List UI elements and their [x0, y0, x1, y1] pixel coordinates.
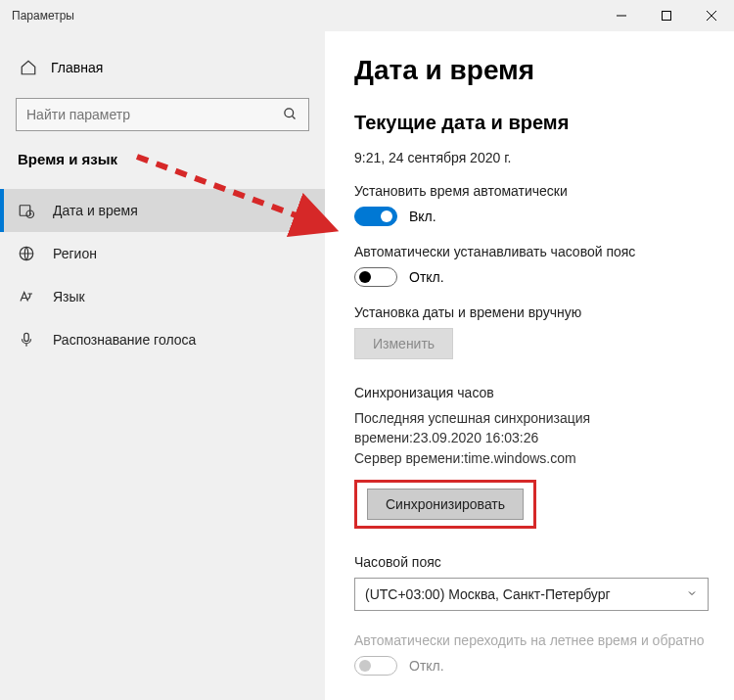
nav-item-label: Язык [53, 289, 85, 304]
sidebar: Главная Время и язык Дата и время [0, 31, 325, 700]
sync-last: Последняя успешная синхронизация времени… [354, 408, 709, 448]
nav-item-label: Распознавание голоса [53, 332, 196, 348]
sync-highlight-box: Синхронизировать [354, 480, 536, 529]
close-icon [707, 11, 716, 21]
nav-item-label: Дата и время [53, 203, 138, 218]
calendar-clock-icon [18, 202, 35, 219]
search-icon [283, 107, 298, 122]
auto-time-toggle[interactable] [354, 207, 397, 226]
minimize-button[interactable] [599, 0, 644, 31]
content-pane: Дата и время Текущие дата и время 9:21, … [325, 31, 734, 700]
sync-heading: Синхронизация часов [354, 385, 709, 400]
microphone-icon [18, 331, 35, 349]
tz-dropdown[interactable]: (UTC+03:00) Москва, Санкт-Петербург [354, 578, 709, 611]
auto-tz-toggle[interactable] [354, 267, 397, 287]
sync-server: Сервер времени:time.windows.com [354, 448, 709, 468]
home-label: Главная [51, 60, 103, 75]
svg-rect-1 [663, 12, 671, 21]
svg-point-4 [285, 109, 294, 117]
home-nav[interactable]: Главная [0, 51, 325, 84]
change-button: Изменить [354, 328, 453, 359]
tz-value: (UTC+03:00) Москва, Санкт-Петербург [365, 586, 611, 602]
nav-list: Дата и время Регион Язык Распознавание г… [0, 189, 325, 361]
home-icon [20, 59, 37, 76]
maximize-button[interactable] [644, 0, 689, 31]
dst-toggle [354, 656, 397, 676]
auto-tz-state: Откл. [409, 269, 444, 285]
page-title: Дата и время [354, 55, 709, 86]
language-icon [18, 288, 35, 305]
search-input[interactable] [26, 107, 283, 122]
titlebar: Параметры [0, 0, 734, 31]
nav-item-region[interactable]: Регион [0, 232, 325, 275]
manual-set-label: Установка даты и времени вручную [354, 304, 709, 320]
globe-icon [18, 245, 35, 262]
svg-line-5 [292, 116, 295, 118]
close-button[interactable] [689, 0, 734, 31]
minimize-icon [617, 11, 626, 21]
category-title: Время и язык [0, 151, 325, 167]
current-datetime-value: 9:21, 24 сентября 2020 г. [354, 150, 709, 165]
current-datetime-heading: Текущие дата и время [354, 112, 709, 134]
maximize-icon [662, 11, 671, 21]
sync-now-button[interactable]: Синхронизировать [367, 489, 524, 520]
auto-time-state: Вкл. [409, 209, 436, 224]
svg-rect-9 [24, 333, 29, 341]
chevron-down-icon [686, 586, 698, 602]
window-controls [599, 0, 734, 31]
dst-state: Откл. [409, 658, 444, 674]
auto-time-label: Установить время автоматически [354, 183, 709, 199]
auto-tz-label: Автоматически устанавливать часовой пояс [354, 244, 709, 259]
nav-item-speech[interactable]: Распознавание голоса [0, 318, 325, 361]
search-field[interactable] [16, 98, 309, 131]
dst-label: Автоматически переходить на летнее время… [354, 632, 709, 648]
tz-heading: Часовой пояс [354, 554, 709, 570]
window-title: Параметры [12, 9, 74, 23]
nav-item-date-time[interactable]: Дата и время [0, 189, 325, 232]
nav-item-label: Регион [53, 246, 97, 261]
nav-item-language[interactable]: Язык [0, 275, 325, 318]
